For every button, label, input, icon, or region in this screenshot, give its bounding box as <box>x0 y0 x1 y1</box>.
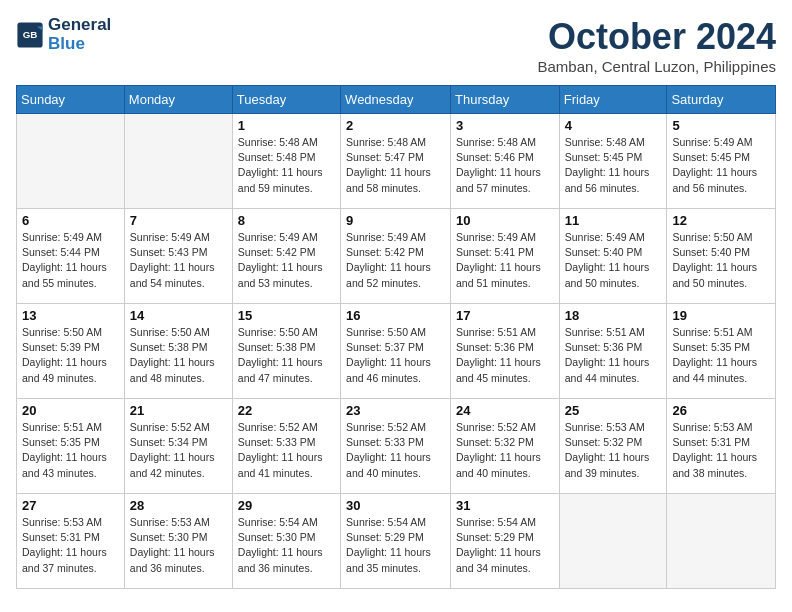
day-info: Sunrise: 5:50 AM Sunset: 5:38 PM Dayligh… <box>238 325 335 386</box>
calendar-cell <box>124 114 232 209</box>
logo-icon: GB <box>16 21 44 49</box>
day-number: 1 <box>238 118 335 133</box>
calendar-cell: 2 Sunrise: 5:48 AM Sunset: 5:47 PM Dayli… <box>341 114 451 209</box>
logo: GB General Blue <box>16 16 111 53</box>
week-row-1: 1 Sunrise: 5:48 AM Sunset: 5:48 PM Dayli… <box>17 114 776 209</box>
day-number: 18 <box>565 308 662 323</box>
day-number: 8 <box>238 213 335 228</box>
day-info: Sunrise: 5:49 AM Sunset: 5:40 PM Dayligh… <box>565 230 662 291</box>
calendar-cell <box>667 494 776 589</box>
calendar-cell: 6 Sunrise: 5:49 AM Sunset: 5:44 PM Dayli… <box>17 209 125 304</box>
day-info: Sunrise: 5:53 AM Sunset: 5:32 PM Dayligh… <box>565 420 662 481</box>
calendar-cell: 27 Sunrise: 5:53 AM Sunset: 5:31 PM Dayl… <box>17 494 125 589</box>
day-info: Sunrise: 5:49 AM Sunset: 5:41 PM Dayligh… <box>456 230 554 291</box>
week-row-2: 6 Sunrise: 5:49 AM Sunset: 5:44 PM Dayli… <box>17 209 776 304</box>
calendar-cell: 17 Sunrise: 5:51 AM Sunset: 5:36 PM Dayl… <box>451 304 560 399</box>
calendar-cell: 26 Sunrise: 5:53 AM Sunset: 5:31 PM Dayl… <box>667 399 776 494</box>
column-header-wednesday: Wednesday <box>341 86 451 114</box>
day-info: Sunrise: 5:50 AM Sunset: 5:40 PM Dayligh… <box>672 230 770 291</box>
calendar-header-row: SundayMondayTuesdayWednesdayThursdayFrid… <box>17 86 776 114</box>
day-info: Sunrise: 5:54 AM Sunset: 5:30 PM Dayligh… <box>238 515 335 576</box>
calendar-table: SundayMondayTuesdayWednesdayThursdayFrid… <box>16 85 776 589</box>
day-info: Sunrise: 5:51 AM Sunset: 5:36 PM Dayligh… <box>456 325 554 386</box>
logo-text-line1: General <box>48 16 111 35</box>
column-header-friday: Friday <box>559 86 667 114</box>
day-number: 5 <box>672 118 770 133</box>
column-header-thursday: Thursday <box>451 86 560 114</box>
day-number: 17 <box>456 308 554 323</box>
day-info: Sunrise: 5:53 AM Sunset: 5:31 PM Dayligh… <box>672 420 770 481</box>
day-number: 6 <box>22 213 119 228</box>
day-number: 13 <box>22 308 119 323</box>
day-info: Sunrise: 5:52 AM Sunset: 5:33 PM Dayligh… <box>346 420 445 481</box>
calendar-cell: 18 Sunrise: 5:51 AM Sunset: 5:36 PM Dayl… <box>559 304 667 399</box>
location-subtitle: Bamban, Central Luzon, Philippines <box>538 58 776 75</box>
logo-text-line2: Blue <box>48 35 111 54</box>
day-number: 26 <box>672 403 770 418</box>
calendar-cell: 5 Sunrise: 5:49 AM Sunset: 5:45 PM Dayli… <box>667 114 776 209</box>
week-row-4: 20 Sunrise: 5:51 AM Sunset: 5:35 PM Dayl… <box>17 399 776 494</box>
week-row-3: 13 Sunrise: 5:50 AM Sunset: 5:39 PM Dayl… <box>17 304 776 399</box>
day-info: Sunrise: 5:49 AM Sunset: 5:42 PM Dayligh… <box>346 230 445 291</box>
day-number: 29 <box>238 498 335 513</box>
calendar-cell: 29 Sunrise: 5:54 AM Sunset: 5:30 PM Dayl… <box>232 494 340 589</box>
day-info: Sunrise: 5:48 AM Sunset: 5:48 PM Dayligh… <box>238 135 335 196</box>
day-info: Sunrise: 5:48 AM Sunset: 5:46 PM Dayligh… <box>456 135 554 196</box>
day-number: 24 <box>456 403 554 418</box>
day-info: Sunrise: 5:49 AM Sunset: 5:44 PM Dayligh… <box>22 230 119 291</box>
calendar-cell: 19 Sunrise: 5:51 AM Sunset: 5:35 PM Dayl… <box>667 304 776 399</box>
day-number: 16 <box>346 308 445 323</box>
calendar-cell <box>17 114 125 209</box>
day-info: Sunrise: 5:54 AM Sunset: 5:29 PM Dayligh… <box>346 515 445 576</box>
day-number: 31 <box>456 498 554 513</box>
day-number: 23 <box>346 403 445 418</box>
day-info: Sunrise: 5:52 AM Sunset: 5:32 PM Dayligh… <box>456 420 554 481</box>
calendar-cell: 28 Sunrise: 5:53 AM Sunset: 5:30 PM Dayl… <box>124 494 232 589</box>
week-row-5: 27 Sunrise: 5:53 AM Sunset: 5:31 PM Dayl… <box>17 494 776 589</box>
calendar-cell: 1 Sunrise: 5:48 AM Sunset: 5:48 PM Dayli… <box>232 114 340 209</box>
day-info: Sunrise: 5:53 AM Sunset: 5:30 PM Dayligh… <box>130 515 227 576</box>
svg-text:GB: GB <box>23 28 38 39</box>
calendar-cell: 20 Sunrise: 5:51 AM Sunset: 5:35 PM Dayl… <box>17 399 125 494</box>
calendar-cell: 10 Sunrise: 5:49 AM Sunset: 5:41 PM Dayl… <box>451 209 560 304</box>
calendar-cell: 22 Sunrise: 5:52 AM Sunset: 5:33 PM Dayl… <box>232 399 340 494</box>
day-number: 30 <box>346 498 445 513</box>
day-number: 3 <box>456 118 554 133</box>
calendar-cell: 7 Sunrise: 5:49 AM Sunset: 5:43 PM Dayli… <box>124 209 232 304</box>
day-number: 19 <box>672 308 770 323</box>
calendar-cell: 11 Sunrise: 5:49 AM Sunset: 5:40 PM Dayl… <box>559 209 667 304</box>
day-number: 28 <box>130 498 227 513</box>
calendar-cell: 30 Sunrise: 5:54 AM Sunset: 5:29 PM Dayl… <box>341 494 451 589</box>
day-number: 4 <box>565 118 662 133</box>
calendar-cell: 25 Sunrise: 5:53 AM Sunset: 5:32 PM Dayl… <box>559 399 667 494</box>
day-number: 15 <box>238 308 335 323</box>
title-block: October 2024 Bamban, Central Luzon, Phil… <box>538 16 776 75</box>
day-number: 10 <box>456 213 554 228</box>
day-number: 12 <box>672 213 770 228</box>
page-header: GB General Blue October 2024 Bamban, Cen… <box>16 16 776 75</box>
day-number: 21 <box>130 403 227 418</box>
calendar-cell: 24 Sunrise: 5:52 AM Sunset: 5:32 PM Dayl… <box>451 399 560 494</box>
day-number: 14 <box>130 308 227 323</box>
calendar-cell: 4 Sunrise: 5:48 AM Sunset: 5:45 PM Dayli… <box>559 114 667 209</box>
column-header-saturday: Saturday <box>667 86 776 114</box>
day-info: Sunrise: 5:50 AM Sunset: 5:39 PM Dayligh… <box>22 325 119 386</box>
day-info: Sunrise: 5:53 AM Sunset: 5:31 PM Dayligh… <box>22 515 119 576</box>
day-info: Sunrise: 5:48 AM Sunset: 5:45 PM Dayligh… <box>565 135 662 196</box>
day-number: 20 <box>22 403 119 418</box>
day-info: Sunrise: 5:52 AM Sunset: 5:33 PM Dayligh… <box>238 420 335 481</box>
calendar-cell: 9 Sunrise: 5:49 AM Sunset: 5:42 PM Dayli… <box>341 209 451 304</box>
day-info: Sunrise: 5:52 AM Sunset: 5:34 PM Dayligh… <box>130 420 227 481</box>
column-header-tuesday: Tuesday <box>232 86 340 114</box>
day-number: 22 <box>238 403 335 418</box>
column-header-monday: Monday <box>124 86 232 114</box>
calendar-cell: 21 Sunrise: 5:52 AM Sunset: 5:34 PM Dayl… <box>124 399 232 494</box>
calendar-cell: 15 Sunrise: 5:50 AM Sunset: 5:38 PM Dayl… <box>232 304 340 399</box>
month-title: October 2024 <box>538 16 776 58</box>
day-info: Sunrise: 5:51 AM Sunset: 5:36 PM Dayligh… <box>565 325 662 386</box>
day-info: Sunrise: 5:54 AM Sunset: 5:29 PM Dayligh… <box>456 515 554 576</box>
calendar-cell: 31 Sunrise: 5:54 AM Sunset: 5:29 PM Dayl… <box>451 494 560 589</box>
day-number: 27 <box>22 498 119 513</box>
day-number: 2 <box>346 118 445 133</box>
day-info: Sunrise: 5:49 AM Sunset: 5:45 PM Dayligh… <box>672 135 770 196</box>
